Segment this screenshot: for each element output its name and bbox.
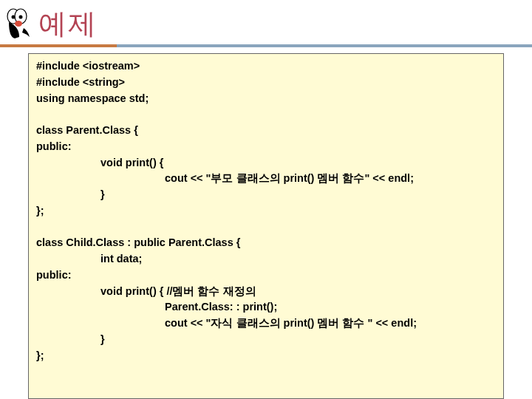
code-line: cout << "자식 클래스의 print() 멤버 함수 " << endl… <box>36 316 496 332</box>
code-line: }; <box>36 203 496 219</box>
code-line: public: <box>36 267 496 284</box>
code-line: void print() { <box>36 155 496 171</box>
code-line: }; <box>36 348 496 364</box>
code-line: } <box>36 187 496 203</box>
code-line: #include <iostream> <box>36 58 496 75</box>
code-line: using namespace std; <box>36 91 496 107</box>
svg-point-2 <box>12 16 16 19</box>
title-divider <box>0 44 532 47</box>
code-line: public: <box>36 139 496 155</box>
svg-point-3 <box>19 16 23 19</box>
code-line: Parent.Class: : print(); <box>36 299 496 316</box>
svg-point-4 <box>15 21 22 27</box>
code-line: int data; <box>36 251 496 267</box>
code-line: } <box>36 332 496 348</box>
code-line: cout << "부모 클래스의 print() 멤버 함수" << endl; <box>36 171 496 187</box>
duke-icon <box>6 7 33 40</box>
code-block: #include <iostream> #include <string> us… <box>28 53 504 399</box>
code-line: #include <string> <box>36 75 496 91</box>
page-title: 예제 <box>38 5 98 43</box>
code-line: void print() { //멤버 함수 재정의 <box>36 284 496 300</box>
slide-header: 예제 <box>0 0 532 44</box>
code-line: class Child.Class : public Parent.Class … <box>36 235 496 251</box>
code-line: class Parent.Class { <box>36 123 496 139</box>
